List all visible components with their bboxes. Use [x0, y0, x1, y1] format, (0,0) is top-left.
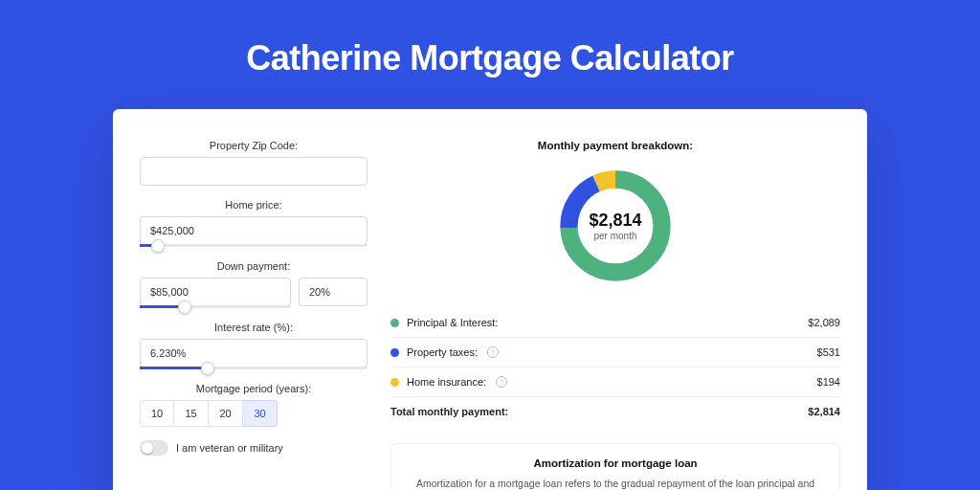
- down-payment-label: Down payment:: [140, 260, 368, 272]
- donut-total: $2,814: [589, 211, 641, 231]
- breakdown-title: Monthly payment breakdown:: [390, 140, 840, 151]
- down-payment-slider[interactable]: [140, 305, 291, 308]
- period-option-20[interactable]: 20: [209, 400, 243, 427]
- mortgage-period-label: Mortgage period (years):: [140, 383, 368, 394]
- legend-value: $2,814: [808, 406, 840, 417]
- breakdown-panel: Monthly payment breakdown: $2,814 per mo…: [390, 140, 840, 490]
- donut-center: $2,814 per month: [554, 165, 677, 287]
- info-icon[interactable]: ?: [496, 376, 507, 388]
- zip-input[interactable]: [140, 157, 368, 186]
- donut-chart-wrap: $2,814 per month: [390, 165, 840, 287]
- calculator-card: Property Zip Code: Home price: Down paym…: [113, 109, 867, 490]
- field-home-price: Home price:: [140, 199, 368, 247]
- veteran-label: I am veteran or military: [176, 442, 283, 454]
- period-option-30[interactable]: 30: [243, 400, 278, 427]
- legend-row-taxes: Property taxes: ? $531: [390, 338, 840, 368]
- veteran-toggle[interactable]: [140, 440, 168, 456]
- amortization-title: Amortization for mortgage loan: [405, 457, 826, 469]
- slider-fill: [140, 367, 208, 369]
- legend-label: Principal & Interest:: [407, 317, 498, 328]
- field-zip: Property Zip Code:: [140, 140, 368, 186]
- dot-icon: [390, 319, 399, 327]
- field-mortgage-period: Mortgage period (years): 10 15 20 30: [140, 383, 368, 427]
- dot-icon: [390, 378, 399, 387]
- interest-rate-slider[interactable]: [140, 367, 368, 369]
- home-price-slider[interactable]: [140, 244, 368, 247]
- field-down-payment: Down payment:: [140, 260, 368, 308]
- slider-thumb[interactable]: [201, 362, 214, 375]
- field-veteran: I am veteran or military: [140, 440, 368, 456]
- legend-label: Property taxes:: [407, 346, 478, 358]
- period-option-15[interactable]: 15: [174, 400, 209, 427]
- down-payment-percent-input[interactable]: [299, 278, 368, 306]
- legend-label: Total monthly payment:: [390, 406, 508, 417]
- donut-chart: $2,814 per month: [554, 165, 677, 287]
- mortgage-period-group: 10 15 20 30: [140, 400, 368, 427]
- home-price-input[interactable]: [140, 216, 368, 245]
- legend: Principal & Interest: $2,089 Property ta…: [390, 308, 840, 426]
- field-interest-rate: Interest rate (%):: [140, 322, 368, 369]
- interest-rate-input[interactable]: [140, 339, 368, 368]
- slider-thumb[interactable]: [151, 239, 165, 253]
- legend-value: $2,089: [808, 317, 840, 328]
- legend-row-total: Total monthly payment: $2,814: [390, 397, 840, 426]
- slider-thumb[interactable]: [178, 301, 191, 314]
- form-panel: Property Zip Code: Home price: Down paym…: [140, 140, 368, 490]
- legend-row-principal: Principal & Interest: $2,089: [390, 308, 840, 338]
- dot-icon: [390, 348, 399, 357]
- amortization-card: Amortization for mortgage loan Amortizat…: [390, 443, 840, 490]
- page-title: Catherine Mortgage Calculator: [0, 38, 980, 78]
- hero: Catherine Mortgage Calculator Property Z…: [0, 0, 980, 490]
- legend-label: Home insurance:: [407, 376, 486, 388]
- interest-rate-label: Interest rate (%):: [140, 322, 368, 333]
- home-price-label: Home price:: [140, 199, 368, 211]
- info-icon[interactable]: ?: [487, 346, 499, 358]
- period-option-10[interactable]: 10: [140, 400, 174, 427]
- legend-value: $531: [817, 346, 840, 358]
- down-payment-amount-input[interactable]: [140, 278, 291, 306]
- legend-value: $194: [817, 376, 840, 388]
- zip-label: Property Zip Code:: [140, 140, 368, 151]
- legend-row-insurance: Home insurance: ? $194: [390, 368, 840, 397]
- donut-subtitle: per month: [593, 231, 636, 241]
- amortization-body: Amortization for a mortgage loan refers …: [405, 477, 826, 490]
- toggle-knob: [142, 442, 153, 454]
